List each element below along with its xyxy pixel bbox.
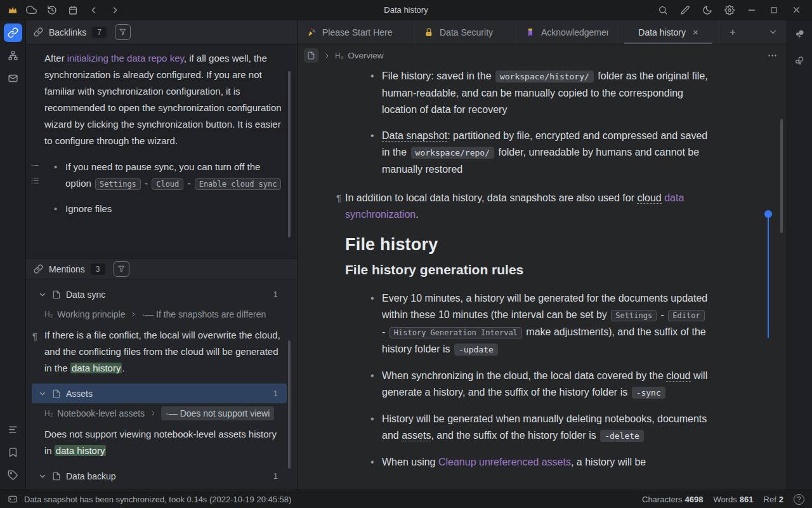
ref-count: Ref2 — [764, 495, 783, 504]
lock-icon — [424, 27, 434, 37]
words-count: Words861 — [714, 495, 754, 504]
edit-mode-icon[interactable] — [677, 3, 693, 18]
tab-please-start-here[interactable]: Please Start Here — [298, 20, 415, 44]
backlink-block-paragraph[interactable]: After initializing the data repo key, if… — [26, 50, 297, 149]
daily-note-calendar-icon[interactable] — [65, 3, 81, 18]
mention-doc-row-data-sync[interactable]: Data sync 1 — [32, 284, 287, 304]
chevron-right-icon — [149, 410, 157, 417]
backlinks-scrollbar[interactable] — [288, 71, 291, 237]
mentions-list: Data sync 1 H₂ Working principle ·— If t… — [26, 279, 297, 490]
dock-global-graph-button[interactable] — [790, 51, 809, 70]
backlink-block-list-item[interactable]: If you need to pause sync, you can turn … — [26, 159, 297, 192]
doc-bullet-data-snapshot[interactable]: Data snapshot: partitioned by file, encr… — [382, 128, 710, 178]
titlebar: Data history — [0, 0, 812, 20]
tab-close-icon[interactable]: × — [693, 27, 698, 37]
backlinks-title: Backlinks — [49, 27, 86, 37]
dock-backlinks-button[interactable] — [4, 23, 22, 42]
tab-list-dropdown-icon[interactable] — [759, 20, 787, 44]
window-close-button[interactable] — [788, 3, 804, 18]
document-icon — [52, 389, 61, 398]
backlinks-list[interactable]: After initializing the data repo key, if… — [26, 44, 297, 258]
data-history-icon[interactable] — [44, 3, 60, 18]
chevron-down-icon[interactable] — [38, 472, 47, 481]
doc-bullet-delete-history[interactable]: History will be generated when manually … — [382, 411, 710, 444]
new-tab-button[interactable]: + — [719, 20, 746, 44]
party-popper-icon — [306, 27, 317, 37]
sync-focus-indicator — [768, 213, 769, 338]
doc-bullet-cleanup-assets[interactable]: When using Cleanup unreferenced assets, … — [382, 454, 710, 471]
backlinks-filter-button[interactable] — [115, 24, 131, 40]
backlinks-link-icon — [34, 27, 43, 37]
status-message: Data snapshot has been synchronized, too… — [24, 495, 291, 504]
mention-path-row[interactable]: H₂ Notebook-level assets ·— Does not sup… — [26, 404, 297, 422]
dock-bookmark-button[interactable] — [4, 443, 22, 462]
backlinks-count-badge: 7 — [92, 27, 107, 38]
navigate-back-icon[interactable] — [86, 3, 102, 18]
mention-count: 1 — [273, 290, 278, 299]
dock-outline-button[interactable] — [4, 420, 22, 439]
editor-area: Please Start Here Data Security Acknowle… — [298, 20, 787, 490]
global-search-icon[interactable] — [655, 3, 671, 18]
chevron-down-icon[interactable] — [38, 389, 47, 398]
doc-paragraph-local-history[interactable]: ¶ In addition to local data history, dat… — [345, 190, 710, 223]
backlinks-header: Backlinks 7 — [26, 20, 297, 44]
status-bar: Data snapshot has been synchronized, too… — [0, 490, 812, 508]
cloud-sync-icon[interactable] — [23, 3, 39, 18]
breadcrumb-document-icon[interactable] — [304, 48, 318, 63]
doc-heading-generation-rules[interactable]: File history generation rules — [345, 262, 710, 278]
tab-acknowledgements[interactable]: Acknowledgements — [516, 20, 618, 44]
window-minimize-button[interactable] — [743, 3, 760, 18]
mentions-link-icon — [34, 264, 43, 274]
doc-bullet-file-history[interactable]: File history: saved in the workspace/his… — [382, 68, 710, 118]
mention-count: 1 — [273, 389, 278, 398]
chevron-right-icon — [323, 52, 331, 60]
navigate-forward-icon[interactable] — [107, 3, 123, 18]
theme-moon-icon[interactable] — [699, 3, 716, 18]
mentions-filter-button[interactable] — [114, 261, 129, 277]
app-logo-crown-icon — [7, 4, 18, 16]
document-content[interactable]: File history: saved in the workspace/his… — [298, 67, 787, 490]
list-item-gutter-icon[interactable] — [30, 161, 40, 170]
backlinks-panel: Backlinks 7 After initializing the data … — [26, 20, 298, 490]
mentions-scrollbar[interactable] — [288, 340, 291, 469]
mention-path-row[interactable]: H₂ Working principle ·— If the snapshots… — [26, 305, 297, 323]
breadcrumb: H₂ Overview — [298, 44, 787, 67]
help-icon[interactable]: ? — [794, 494, 804, 505]
tab-data-history[interactable]: Data history × — [618, 20, 719, 44]
document-more-icon[interactable] — [767, 50, 778, 61]
doc-bullet-every-10-minutes[interactable]: Every 10 minutes, a history will be gene… — [382, 290, 710, 358]
backlink-block-list-item[interactable]: Ignore files — [26, 201, 297, 217]
tab-data-security[interactable]: Data Security — [415, 20, 516, 44]
doc-bullet-sync-history[interactable]: When synchronizing in the cloud, the loc… — [382, 368, 710, 401]
left-dock — [0, 20, 26, 490]
tab-bar: Please Start Here Data Security Acknowle… — [298, 20, 787, 44]
paragraph-mark-icon: ¶ — [32, 328, 37, 345]
bookmark-ribbon-icon — [525, 27, 535, 37]
mention-doc-row-data-backup[interactable]: Data backup 1 — [32, 466, 287, 486]
list-gutter-icon[interactable] — [30, 176, 40, 185]
dock-tag-button[interactable] — [4, 466, 22, 485]
mention-count: 1 — [273, 471, 278, 481]
settings-gear-icon[interactable] — [721, 3, 738, 18]
mentions-header: Mentions 3 — [26, 258, 297, 279]
chevron-down-icon[interactable] — [38, 290, 47, 299]
mentions-count-badge: 3 — [91, 264, 105, 275]
doc-heading-file-history[interactable]: File history — [345, 236, 710, 253]
document-icon — [52, 290, 61, 299]
document-icon — [52, 472, 61, 481]
breadcrumb-heading[interactable]: Overview — [348, 51, 383, 60]
characters-count: Characters4698 — [642, 495, 704, 504]
editor-scrollbar[interactable] — [780, 119, 783, 233]
chevron-right-icon — [129, 311, 137, 318]
mention-doc-row-assets[interactable]: Assets 1 — [32, 384, 287, 403]
dock-graph-tree-button[interactable] — [4, 46, 22, 65]
right-dock — [787, 20, 812, 490]
dock-graph-button[interactable] — [790, 25, 809, 44]
paragraph-mark-icon: ¶ — [336, 190, 341, 206]
mention-block-paragraph[interactable]: Does not support viewing notebook-level … — [26, 422, 297, 464]
mention-block-paragraph[interactable]: ¶ If there is a file conflict, the local… — [26, 323, 297, 382]
window-maximize-button[interactable] — [766, 3, 782, 18]
dock-inbox-button[interactable] — [4, 69, 22, 88]
task-status-icon — [8, 494, 18, 504]
mentions-title: Mentions — [49, 264, 85, 274]
